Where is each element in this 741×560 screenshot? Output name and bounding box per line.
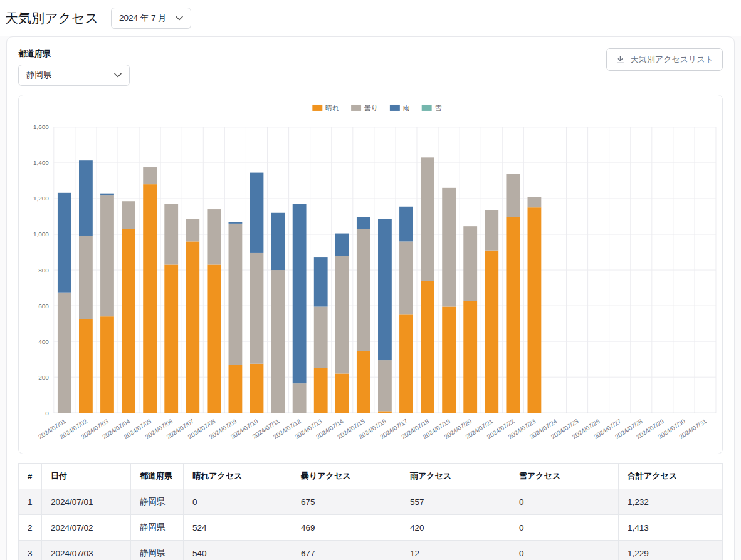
table-cell: 1 [19, 489, 42, 515]
bar-segment[interactable] [250, 173, 264, 253]
bar-segment[interactable] [442, 188, 456, 307]
y-axis-label: 600 [38, 303, 49, 309]
bar-segment[interactable] [421, 281, 434, 413]
bar-segment[interactable] [335, 234, 349, 256]
y-axis-label: 1,000 [33, 231, 49, 237]
legend-swatch [351, 105, 361, 111]
table-cell: 675 [292, 489, 401, 515]
legend-label: 雪 [435, 104, 442, 111]
bar-segment[interactable] [271, 270, 285, 413]
bar-segment[interactable] [506, 174, 520, 217]
page-title: 天気別アクセス [5, 9, 98, 27]
weather-access-table: #日付都道府県晴れアクセス曇りアクセス雨アクセス雪アクセス合計アクセス 1202… [18, 463, 723, 560]
table-body: 12024/07/01静岡県067555701,23222024/07/02静岡… [19, 489, 723, 560]
panel-controls: 都道府県 静岡県 天気別アクセスリスト [18, 48, 723, 86]
bar-segment[interactable] [100, 316, 114, 413]
bar-segment[interactable] [378, 360, 392, 411]
bar-segment[interactable] [399, 314, 413, 413]
bar-segment[interactable] [357, 351, 370, 413]
bar-segment[interactable] [271, 213, 285, 270]
bar-segment[interactable] [314, 307, 328, 368]
bar-segment[interactable] [528, 197, 542, 207]
month-select[interactable]: 2024 年 7 月 [111, 8, 191, 29]
bar-segment[interactable] [528, 207, 542, 413]
table-header-cell: # [19, 464, 42, 489]
y-axis-label: 1,400 [33, 159, 49, 166]
table-cell: 0 [510, 489, 619, 515]
table-cell: 420 [401, 515, 510, 541]
bar-segment[interactable] [485, 210, 498, 250]
bar-segment[interactable] [186, 241, 199, 413]
y-axis-label: 800 [38, 267, 49, 274]
bar-segment[interactable] [229, 365, 243, 413]
y-axis-label: 0 [45, 410, 49, 417]
download-icon [616, 55, 625, 65]
table-cell: 1,229 [619, 541, 723, 560]
table-header-cell: 雪アクセス [510, 464, 619, 489]
table-row: 22024/07/02静岡県52446942001,413 [19, 515, 723, 541]
download-weather-access-list-button[interactable]: 天気別アクセスリスト [606, 48, 723, 71]
table-cell: 0 [510, 515, 619, 541]
bar-segment[interactable] [314, 368, 328, 413]
bar-segment[interactable] [357, 217, 370, 229]
bar-segment[interactable] [122, 229, 135, 413]
bar-segment[interactable] [250, 253, 264, 364]
table-cell: 静岡県 [131, 515, 184, 541]
bar-segment[interactable] [506, 217, 520, 413]
bar-segment[interactable] [335, 256, 349, 373]
bar-segment[interactable] [58, 193, 71, 293]
legend-swatch [422, 105, 432, 111]
table-row: 12024/07/01静岡県067555701,232 [19, 489, 723, 515]
bar-segment[interactable] [186, 219, 199, 242]
bar-segment[interactable] [421, 157, 434, 281]
bar-segment[interactable] [293, 383, 307, 413]
table-cell: 1,413 [619, 515, 723, 541]
bar-segment[interactable] [314, 257, 328, 306]
table-cell: 557 [401, 489, 510, 515]
bar-segment[interactable] [378, 411, 392, 413]
bar-segment[interactable] [335, 373, 349, 413]
table-cell: 1,232 [619, 489, 723, 515]
bar-segment[interactable] [79, 160, 93, 236]
table-header-row: #日付都道府県晴れアクセス曇りアクセス雨アクセス雪アクセス合計アクセス [19, 464, 723, 489]
bar-segment[interactable] [463, 226, 477, 301]
bar-segment[interactable] [378, 219, 392, 360]
legend-label: 晴れ [325, 104, 339, 111]
bar-segment[interactable] [293, 204, 307, 384]
table-cell: 2024/07/02 [42, 515, 131, 541]
chevron-down-icon [114, 73, 122, 78]
bar-segment[interactable] [399, 241, 413, 314]
table-cell: 677 [292, 541, 401, 560]
bar-segment[interactable] [58, 293, 71, 413]
bar-segment[interactable] [122, 201, 135, 229]
bar-segment[interactable] [207, 209, 221, 264]
bar-segment[interactable] [250, 364, 264, 413]
bar-segment[interactable] [100, 195, 114, 316]
table-header-cell: 雨アクセス [401, 464, 510, 489]
table-container: #日付都道府県晴れアクセス曇りアクセス雨アクセス雪アクセス合計アクセス 1202… [18, 463, 723, 560]
y-axis-label: 1,600 [33, 123, 49, 130]
bar-segment[interactable] [357, 229, 370, 351]
bar-segment[interactable] [229, 222, 243, 224]
bar-segment[interactable] [463, 301, 477, 413]
table-cell: 3 [19, 541, 42, 560]
bar-segment[interactable] [229, 224, 243, 365]
download-button-label: 天気別アクセスリスト [631, 54, 713, 65]
table-header-cell: 合計アクセス [619, 464, 723, 489]
bar-segment[interactable] [100, 194, 114, 195]
table-cell: 540 [184, 541, 292, 560]
month-select-value: 2024 年 7 月 [119, 13, 167, 24]
bar-segment[interactable] [442, 307, 456, 413]
bar-segment[interactable] [399, 207, 413, 242]
prefecture-select[interactable]: 静岡県 [18, 65, 130, 86]
bar-segment[interactable] [164, 264, 178, 413]
bar-segment[interactable] [164, 204, 178, 265]
table-header-cell: 晴れアクセス [184, 464, 292, 489]
bar-segment[interactable] [143, 184, 157, 413]
bar-segment[interactable] [79, 236, 93, 319]
bar-segment[interactable] [485, 251, 498, 413]
table-header-cell: 都道府県 [131, 464, 184, 489]
bar-segment[interactable] [79, 319, 93, 413]
bar-segment[interactable] [143, 167, 157, 184]
bar-segment[interactable] [207, 264, 221, 413]
